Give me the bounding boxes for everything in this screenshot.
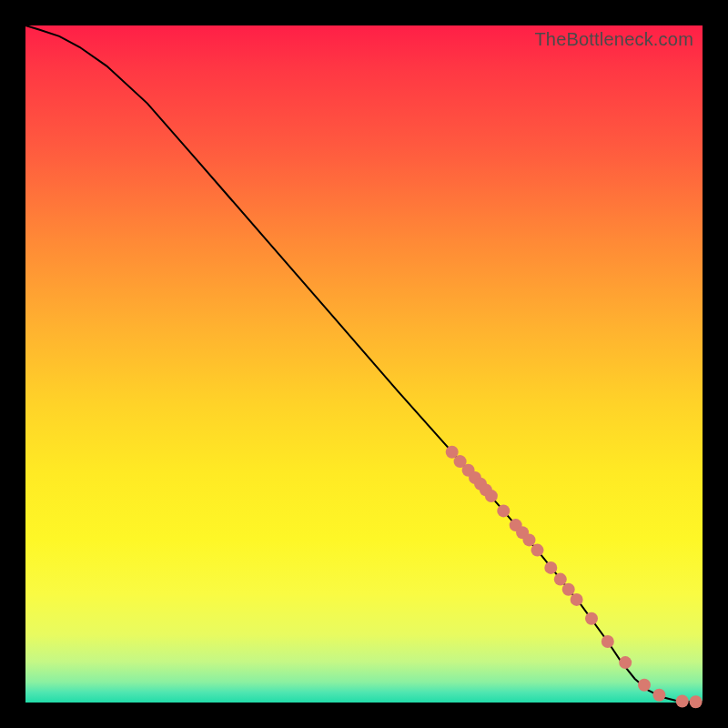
marker-point — [523, 533, 536, 546]
marker-point — [554, 573, 567, 586]
marker-point — [531, 544, 544, 557]
marker-point — [585, 612, 598, 625]
curve-svg — [25, 25, 703, 703]
marker-point — [571, 593, 583, 606]
bottleneck-curve — [25, 25, 703, 702]
chart-frame: TheBottleneck.com — [0, 0, 728, 728]
marker-point — [652, 689, 665, 702]
plot-area: TheBottleneck.com — [25, 25, 703, 703]
marker-point — [690, 695, 703, 708]
marker-point — [562, 583, 575, 596]
marker-point — [544, 561, 557, 574]
marker-point — [676, 695, 689, 708]
marker-group — [446, 446, 703, 709]
marker-point — [602, 635, 614, 648]
marker-point — [619, 656, 632, 669]
marker-point — [485, 490, 498, 502]
marker-point — [638, 679, 651, 692]
marker-point — [497, 504, 510, 517]
